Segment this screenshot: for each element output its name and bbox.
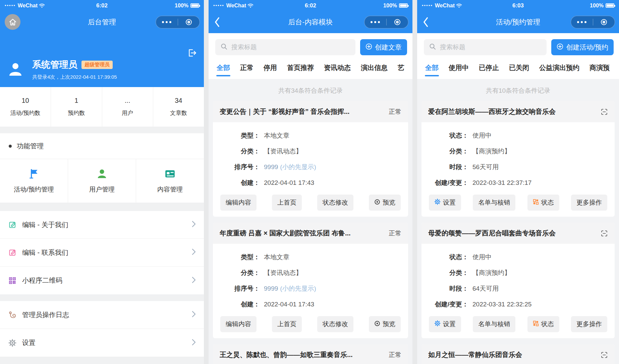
home-button[interactable]: [5, 14, 20, 30]
feature-grid: 活动/预约管理 用户管理 内容管理: [0, 159, 204, 203]
search-box[interactable]: [424, 39, 547, 55]
minimize-button[interactable]: [178, 19, 200, 25]
roster-verification-button[interactable]: 名单与核销: [473, 316, 515, 332]
field-value: 2022-03-31 22:32:25: [472, 300, 531, 309]
field-value: 使用中: [472, 131, 492, 140]
minimize-button[interactable]: [593, 19, 615, 25]
scan-qr-icon[interactable]: [601, 230, 608, 237]
chevron-right-icon: [192, 339, 196, 347]
tab-stopped[interactable]: 已停止: [479, 63, 499, 79]
preview-button[interactable]: 预览: [369, 316, 401, 332]
field-value: 【资讯动态】: [264, 268, 302, 277]
gear-icon: [434, 199, 441, 207]
settings-button[interactable]: 设置: [429, 316, 461, 332]
field-label: 排序号：: [220, 162, 260, 171]
field-value: 【商演预约】: [472, 268, 511, 277]
user-icon: [96, 168, 108, 181]
tab-all[interactable]: 全部: [217, 63, 230, 79]
tab-in-use[interactable]: 使用中: [449, 63, 469, 79]
user-name: 系统管理员: [32, 59, 77, 71]
menu-group-secondary: 管理员操作日志 设置: [0, 301, 204, 357]
stats-row: 10 活动/预约数 1 预约数 ... 用户 34 文章数: [0, 87, 204, 127]
status-button[interactable]: 状态: [527, 316, 559, 332]
tab-closed[interactable]: 已关闭: [509, 63, 529, 79]
tab-homepage-featured[interactable]: 首页推荐: [287, 63, 314, 79]
tab-public-welfare[interactable]: 公益演出预约: [539, 63, 579, 79]
edit-content-button[interactable]: 编辑内容: [220, 316, 257, 332]
eye-icon: [374, 199, 380, 207]
stat-articles: 34 文章数: [153, 87, 204, 127]
field-label: 排序号：: [220, 284, 260, 293]
activity-card: 如月之恒——常静仙乐团音乐会: [421, 344, 615, 364]
tab-art[interactable]: 艺: [398, 63, 404, 79]
gear-icon: [8, 339, 17, 347]
news-card-icon: [164, 168, 176, 181]
create-activity-button[interactable]: 创建活动/预约: [551, 39, 614, 55]
back-button[interactable]: [423, 17, 429, 27]
field-value: 2022-03-31 22:37:17: [472, 178, 531, 187]
feature-user-management[interactable]: 用户管理: [68, 159, 136, 203]
eye-icon: [374, 320, 380, 328]
more-options-button[interactable]: [571, 21, 593, 23]
tab-performance-info[interactable]: 演出信息: [361, 63, 388, 79]
search-box[interactable]: [215, 39, 355, 55]
create-article-button[interactable]: 创建文章: [360, 39, 407, 55]
more-actions-button[interactable]: 更多操作: [571, 195, 607, 211]
to-homepage-button[interactable]: 上首页: [272, 316, 302, 332]
card-title: 年度重磅 吕嘉 × 国家大剧院管弦乐团 布鲁...: [220, 229, 384, 238]
plus-circle-icon: [557, 43, 563, 52]
more-options-button[interactable]: [156, 21, 178, 23]
tab-normal[interactable]: 正常: [240, 63, 254, 79]
search-icon: [221, 43, 227, 51]
minimize-button[interactable]: [387, 19, 408, 25]
change-status-button[interactable]: 状态修改: [317, 316, 353, 332]
more-actions-button[interactable]: 更多操作: [571, 316, 607, 332]
field-value: 56天可用: [472, 162, 499, 171]
feature-content-management[interactable]: 内容管理: [136, 159, 204, 203]
field-value: 本地文章: [264, 252, 289, 262]
edit-content-button[interactable]: 编辑内容: [220, 195, 257, 211]
settings-button[interactable]: 设置: [429, 195, 461, 211]
search-input[interactable]: [231, 43, 350, 51]
menu-item-admin-logs[interactable]: 管理员操作日志: [0, 301, 204, 329]
roster-verification-button[interactable]: 名单与核销: [473, 195, 515, 211]
status-button[interactable]: 状态: [527, 195, 559, 211]
more-options-button[interactable]: [364, 21, 386, 23]
record-count: 共有10条符合条件记录: [421, 79, 615, 101]
page-title: 活动/预约管理: [496, 17, 540, 27]
panel-content-module: ••••• WeChat 6:02 100% 后台-内容模块 创建文章: [209, 0, 412, 364]
tab-news[interactable]: 资讯动态: [324, 63, 351, 79]
menu-group-primary: 编辑 - 关于我们 编辑 - 联系我们 小程序二维码: [0, 211, 204, 294]
field-label: 类型：: [220, 131, 260, 140]
menu-item-miniprogram-qrcode[interactable]: 小程序二维码: [0, 267, 204, 294]
change-status-button[interactable]: 状态修改: [317, 195, 353, 211]
qr-grid-icon: [533, 199, 539, 207]
field-label: 时段：: [428, 162, 468, 171]
feature-activity-management[interactable]: 活动/预约管理: [0, 159, 68, 203]
scan-qr-icon[interactable]: [601, 351, 608, 359]
to-homepage-button[interactable]: 上首页: [272, 195, 302, 211]
field-value: 【商演预约】: [472, 147, 511, 156]
chevron-right-icon: [192, 311, 196, 319]
logout-icon[interactable]: [187, 48, 197, 59]
avatar: [7, 61, 23, 78]
menu-item-settings[interactable]: 设置: [0, 329, 204, 357]
menu-item-edit-about[interactable]: 编辑 - 关于我们: [0, 211, 204, 239]
page-title: 后台管理: [88, 17, 116, 27]
search-input[interactable]: [439, 43, 541, 51]
field-value: 64天可用: [472, 284, 499, 293]
field-label: 创建：: [220, 178, 260, 187]
preview-button[interactable]: 预览: [369, 195, 401, 211]
nav-bar: 后台管理: [0, 11, 204, 33]
back-button[interactable]: [214, 17, 220, 27]
tab-commercial[interactable]: 商演预: [589, 63, 610, 79]
field-label: 创建/变更：: [428, 178, 468, 187]
scan-qr-icon[interactable]: [601, 108, 608, 116]
tab-all[interactable]: 全部: [425, 63, 439, 79]
tab-disabled[interactable]: 停用: [264, 63, 277, 79]
menu-item-edit-contact[interactable]: 编辑 - 联系我们: [0, 239, 204, 267]
battery-percent: 100%: [383, 3, 397, 9]
filter-tabs: 全部 使用中 已停止 已关闭 公益演出预约 商演预: [424, 63, 614, 79]
divider: [0, 294, 204, 301]
card-title: 母爱的颂赞——罗西尼合唱套曲专场音乐会: [428, 229, 596, 238]
